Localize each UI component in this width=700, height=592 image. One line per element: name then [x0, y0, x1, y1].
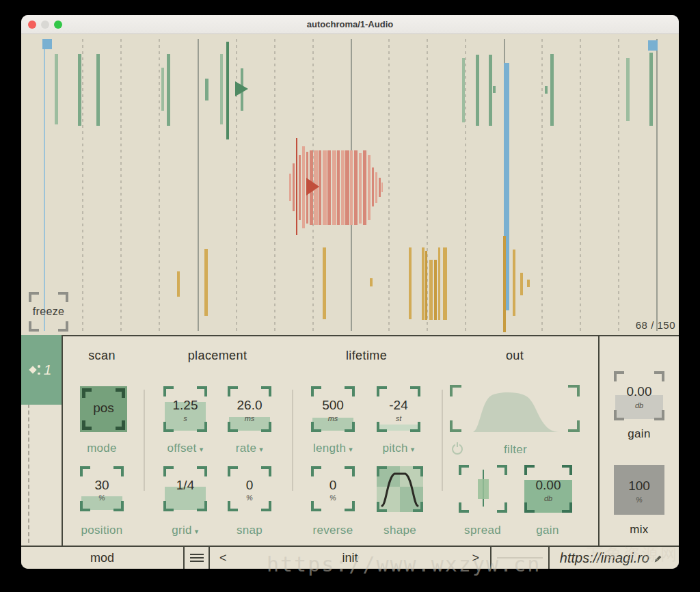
section-divider [292, 390, 293, 491]
out-gain-control[interactable]: 0.00 db [524, 465, 572, 513]
grain-bar [489, 55, 492, 126]
master-gain-unit: db [614, 401, 664, 409]
preset-prev-button[interactable]: < [219, 551, 227, 565]
reverse-control[interactable]: 0 % [311, 466, 355, 511]
grain-bar [438, 247, 440, 320]
grain-bar [332, 150, 336, 225]
shape-label[interactable]: shape [359, 524, 441, 537]
length-control[interactable]: 500 ms [311, 386, 355, 432]
tab-1[interactable]: 1 [21, 335, 62, 405]
grid-line-dashed [580, 39, 581, 331]
filter-label[interactable]: filter [474, 443, 556, 457]
grid-value: 1/4 [163, 478, 207, 493]
snap-value: 0 [228, 478, 271, 493]
grain-bar [370, 278, 373, 286]
grain-bar [513, 250, 515, 316]
master-gain-control[interactable]: 0.00 db [614, 371, 664, 420]
mod-button[interactable]: mod [21, 547, 185, 569]
filter-power-icon[interactable] [452, 444, 463, 455]
grid-line-solid [656, 39, 658, 331]
filter-control[interactable] [450, 385, 580, 432]
grain-bar [177, 271, 180, 297]
grain-bar [462, 58, 465, 122]
tab-1-label: 1 [44, 362, 52, 378]
mix-unit: % [614, 496, 664, 504]
grain-bar [354, 150, 358, 225]
snap-unit: % [228, 494, 271, 502]
playhead-marker[interactable] [648, 40, 658, 51]
length-value: 500 [311, 398, 355, 413]
mode-control[interactable]: pos [80, 386, 127, 432]
mix-label: mix [598, 523, 679, 537]
grid-control[interactable]: 1/4 [163, 466, 207, 511]
viz-canvas[interactable]: freeze 68 / 150 [21, 34, 679, 335]
shape-control[interactable] [377, 466, 423, 512]
grain-bar [293, 163, 295, 211]
length-unit: ms [311, 414, 355, 422]
shape-brackets [377, 466, 423, 512]
mix-control[interactable]: 100 % [614, 465, 664, 515]
rate-unit: ms [228, 414, 271, 422]
freeze-brackets [29, 292, 68, 332]
grain-bar [545, 86, 548, 94]
grain-bar [226, 42, 229, 139]
control-panel [21, 335, 679, 546]
section-divider [442, 390, 443, 491]
grain-bar [493, 86, 496, 93]
spread-control[interactable] [459, 465, 507, 513]
filter-brackets [450, 385, 580, 432]
grain-bar [434, 260, 437, 320]
grain-bar [289, 174, 291, 201]
plugin-window: autochroma/1-Audio freeze 68 / 150 1 2 3… [21, 15, 679, 569]
grain-bar [167, 54, 170, 126]
grain-bar [323, 247, 326, 319]
reverse-unit: % [311, 494, 355, 502]
section-divider [144, 390, 145, 491]
grain-bar [381, 183, 383, 192]
mode-label[interactable]: mode [61, 442, 143, 455]
pitch-unit: st [377, 414, 420, 422]
window-title: autochroma/1-Audio [21, 19, 679, 29]
grain-bar [379, 178, 381, 197]
pitch-value: -24 [377, 398, 420, 413]
snap-label[interactable]: snap [208, 524, 291, 537]
freeze-button[interactable]: freeze [29, 292, 68, 332]
mode-value: pos [80, 401, 127, 416]
grid-line-dashed [274, 39, 275, 331]
grain-bar [341, 150, 345, 225]
rate-control[interactable]: 26.0 ms [228, 386, 271, 432]
out-gain-label[interactable]: gain [507, 524, 589, 537]
grain-bar [520, 273, 523, 295]
grain-bar [359, 153, 362, 224]
snap-control[interactable]: 0 % [228, 466, 271, 511]
grain-bar [96, 54, 100, 126]
menu-icon[interactable] [185, 547, 210, 569]
position-value: 30 [80, 478, 124, 493]
grid-line-dashed [120, 39, 122, 331]
grain-bar [205, 79, 208, 100]
position-label[interactable]: position [61, 524, 143, 537]
out-gain-value: 0.00 [524, 478, 572, 493]
mix-value: 100 [614, 479, 664, 494]
master-gain-value: 0.00 [614, 385, 664, 400]
rate-label[interactable]: rate▾ [208, 442, 291, 455]
grain-counter: 68 / 150 [636, 319, 675, 331]
sidebar: 1 2 3 [21, 335, 63, 546]
position-control[interactable]: 30 % [80, 466, 124, 511]
grain-bar [323, 150, 327, 225]
reverse-value: 0 [311, 478, 355, 493]
offset-unit: s [163, 414, 207, 422]
grid-line-dashed [388, 39, 390, 331]
pitch-label[interactable]: pitch▾ [358, 442, 440, 455]
grid-line-dashed [465, 39, 466, 331]
grain-bar [422, 247, 425, 320]
grain-bar [55, 54, 58, 124]
watermark-site-name: 万象资源网 [587, 543, 679, 565]
grain-bar [299, 155, 301, 220]
spread-handle[interactable] [478, 479, 489, 499]
pitch-control[interactable]: -24 st [377, 386, 420, 432]
chevron-down-icon: ▾ [259, 445, 263, 454]
grain-bar [220, 54, 223, 124]
offset-control[interactable]: 1.25 s [163, 386, 207, 432]
playhead-marker[interactable] [42, 39, 52, 49]
